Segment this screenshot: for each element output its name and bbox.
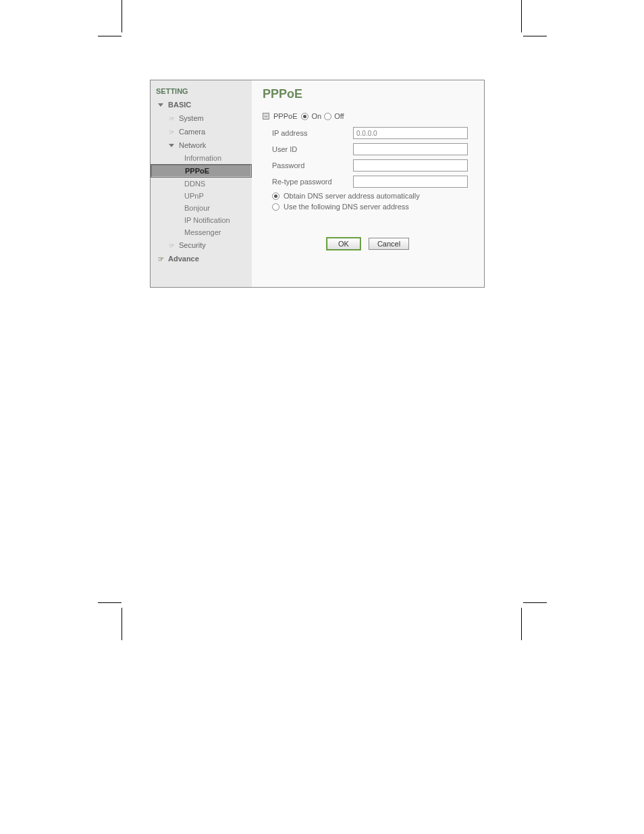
sidebar-item-security[interactable]: ☞Security (151, 238, 252, 252)
ip-address-input[interactable] (353, 127, 468, 139)
retype-label: Re-type password (272, 178, 353, 186)
hand-icon: ☞ (167, 127, 176, 136)
sidebar-item-advance[interactable]: ☞Advance (151, 252, 252, 265)
sidebar-item-label: Network (179, 141, 206, 149)
sidebar-item-label: IP Notification (184, 216, 230, 224)
dns-manual-radio[interactable] (272, 203, 279, 211)
password-label: Password (272, 161, 353, 170)
ok-button[interactable]: OK (327, 238, 360, 250)
chevron-down-icon (167, 140, 176, 150)
dns-auto-radio[interactable] (272, 192, 279, 200)
sidebar-item-basic[interactable]: BASIC (151, 98, 252, 111)
sidebar-item-label: System (179, 114, 204, 122)
sidebar-item-information[interactable]: Information (151, 152, 252, 164)
button-row: OK Cancel (263, 238, 473, 250)
section-label: PPPoE (273, 112, 297, 120)
dns-auto-label: Obtain DNS server address automatically (284, 192, 420, 200)
sidebar-item-ip-notification[interactable]: IP Notification (151, 214, 252, 226)
sidebar-item-label: Camera (179, 128, 205, 136)
pppoe-toggle-row: − PPPoE On Off (263, 112, 473, 120)
password-input[interactable] (353, 159, 468, 172)
on-label: On (311, 112, 321, 120)
sidebar-item-label: Security (179, 241, 206, 249)
cancel-button[interactable]: Cancel (369, 238, 409, 250)
userid-input[interactable] (353, 143, 468, 155)
sidebar-item-system[interactable]: ☞System (151, 111, 252, 125)
hand-icon: ☞ (156, 254, 165, 263)
sidebar-item-label: Bonjour (184, 204, 210, 212)
ip-address-label: IP address (272, 129, 353, 137)
retype-row: Re-type password (263, 176, 473, 188)
sidebar-item-pppoe[interactable]: PPPoE (151, 164, 252, 178)
userid-label: User ID (272, 145, 353, 153)
page-title: PPPoE (263, 87, 473, 101)
pppoe-off-radio[interactable] (324, 113, 331, 120)
sidebar-header: SETTING (151, 84, 252, 98)
ip-address-row: IP address (263, 127, 473, 139)
collapse-icon[interactable]: − (263, 113, 269, 120)
sidebar-item-label: DDNS (184, 180, 205, 188)
userid-row: User ID (263, 143, 473, 155)
dns-manual-label: Use the following DNS server address (284, 203, 409, 211)
sidebar-item-messenger[interactable]: Messenger (151, 226, 252, 238)
settings-panel: SETTING BASIC☞System☞CameraNetworkInform… (150, 80, 485, 288)
sidebar-item-label: Information (184, 154, 221, 162)
sidebar-item-label: BASIC (168, 101, 191, 109)
chevron-down-icon (156, 100, 165, 109)
sidebar-item-label: Messenger (184, 228, 221, 236)
sidebar-item-label: PPPoE (185, 167, 209, 175)
sidebar-item-network[interactable]: Network (151, 138, 252, 152)
content-area: PPPoE − PPPoE On Off IP address User ID … (252, 80, 484, 287)
hand-icon: ☞ (167, 240, 176, 250)
sidebar-item-label: UPnP (184, 192, 204, 200)
pppoe-on-radio[interactable] (301, 113, 308, 120)
retype-input[interactable] (353, 176, 468, 188)
dns-manual-row[interactable]: Use the following DNS server address (263, 203, 473, 211)
sidebar-item-bonjour[interactable]: Bonjour (151, 202, 252, 214)
sidebar-item-camera[interactable]: ☞Camera (151, 125, 252, 138)
dns-auto-row[interactable]: Obtain DNS server address automatically (263, 192, 473, 200)
sidebar-item-label: Advance (168, 255, 199, 263)
sidebar-item-upnp[interactable]: UPnP (151, 190, 252, 202)
password-row: Password (263, 159, 473, 172)
off-label: Off (334, 112, 344, 120)
sidebar-tree: BASIC☞System☞CameraNetworkInformationPPP… (151, 98, 252, 265)
sidebar: SETTING BASIC☞System☞CameraNetworkInform… (151, 80, 252, 287)
sidebar-item-ddns[interactable]: DDNS (151, 178, 252, 190)
hand-icon: ☞ (167, 113, 176, 123)
